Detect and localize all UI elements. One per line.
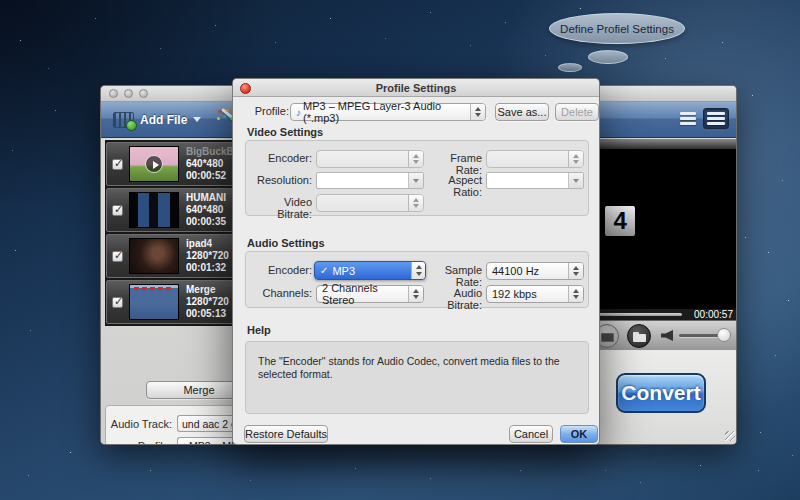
- channels-popup[interactable]: 2 Channels Stereo: [316, 285, 424, 303]
- video-settings-title: Video Settings: [247, 126, 323, 138]
- sample-rate-popup[interactable]: 44100 Hz: [486, 262, 584, 280]
- stepper-icon: [408, 151, 423, 167]
- close-icon[interactable]: [240, 83, 251, 94]
- file-duration: 00:00:52: [186, 170, 226, 181]
- help-panel: The "Encoder" stands for Audio Codec, co…: [245, 341, 589, 414]
- thought-bubble: Define Profiel Settings: [549, 13, 685, 44]
- add-file-label: Add File: [140, 113, 187, 127]
- chevron-down-icon: [193, 117, 201, 122]
- resolution-combo: [316, 172, 424, 189]
- video-thumbnail: [129, 146, 179, 182]
- file-resolution: 1280*720: [186, 296, 229, 307]
- view-toggles: [677, 108, 729, 129]
- audio-bitrate-popup[interactable]: 192 kbps: [486, 285, 584, 303]
- minimize-icon[interactable]: [124, 89, 133, 98]
- ok-button[interactable]: OK: [560, 425, 598, 443]
- play-icon[interactable]: [145, 155, 163, 173]
- file-checkbox[interactable]: [112, 297, 123, 308]
- file-duration: 00:01:32: [186, 262, 226, 273]
- thought-bubble-dot-small: [558, 63, 582, 72]
- file-name: ipad4: [186, 238, 212, 249]
- profile-settings-dialog: Profile Settings Profile: ♪ MP3 – MPEG L…: [232, 78, 600, 445]
- stepper-icon: [470, 104, 485, 120]
- logo-badge: 4: [605, 206, 635, 236]
- audio-track-label: Audio Track:: [106, 418, 172, 430]
- cancel-button[interactable]: Cancel: [509, 425, 553, 443]
- music-note-icon: ♪: [182, 440, 187, 445]
- video-thumbnail: [129, 238, 179, 274]
- resize-grip[interactable]: [725, 431, 735, 441]
- profile-label: Profile:: [241, 105, 289, 117]
- video-bitrate-label: Video Bitrate:: [250, 196, 312, 220]
- save-as-button[interactable]: Save as...: [495, 103, 549, 121]
- list-view-button[interactable]: [677, 110, 699, 127]
- audio-bitrate-label: Audio Bitrate:: [424, 287, 482, 311]
- file-checkbox[interactable]: [112, 251, 123, 262]
- detail-view-button[interactable]: [703, 108, 729, 129]
- help-text: The "Encoder" stands for Audio Codec, co…: [258, 355, 578, 381]
- stepper-icon: [568, 151, 583, 167]
- convert-button[interactable]: Convert: [616, 373, 706, 413]
- aspect-ratio-combo: [486, 172, 584, 189]
- stepper-icon: [568, 286, 583, 302]
- stepper-icon: [408, 286, 423, 302]
- chevron-down-icon: [568, 173, 583, 188]
- file-resolution: 1280*720: [186, 250, 229, 261]
- open-folder-button[interactable]: [627, 324, 651, 348]
- channels-label: Channels:: [250, 287, 312, 299]
- speaker-icon[interactable]: [661, 330, 673, 341]
- stepper-icon: [408, 195, 423, 211]
- file-name: HUMANI: [186, 192, 226, 203]
- video-bitrate-popup: [316, 194, 424, 212]
- audio-track-select[interactable]: und aac 2 ch: [177, 415, 235, 432]
- file-list: BigBuckB 640*480 00:00:52 HUMANI 640*480…: [105, 140, 247, 326]
- profile-row: Profile: ♪ MP3 – MPEG Layer-3 Audio (*.m…: [233, 103, 599, 121]
- add-file-button[interactable]: Add File: [113, 112, 201, 128]
- volume-slider-knob[interactable]: [717, 328, 731, 342]
- audio-encoder-label: Encoder:: [250, 264, 312, 276]
- thought-bubble-dot-large: [588, 50, 628, 64]
- dialog-titlebar[interactable]: Profile Settings: [233, 79, 599, 97]
- video-thumbnail: [129, 284, 179, 320]
- encoder-label: Encoder:: [250, 152, 312, 164]
- restore-defaults-button[interactable]: Restore Defaults: [244, 425, 328, 443]
- profile-popup[interactable]: ♪ MP3 – MPEG Layer-3 Audio (*.mp3): [290, 103, 486, 121]
- file-duration: 00:05:13: [186, 308, 226, 319]
- audio-settings-panel: Encoder: ✓ MP3 Sample Rate: 44100 Hz Cha…: [245, 251, 589, 308]
- dialog-title: Profile Settings: [376, 82, 457, 94]
- check-icon: ✓: [320, 265, 328, 276]
- thought-bubble-text: Define Profiel Settings: [560, 23, 674, 35]
- stepper-icon: [568, 263, 583, 279]
- file-resolution: 640*480: [186, 204, 223, 215]
- stepper-icon: [411, 262, 425, 279]
- audio-encoder-open-menu[interactable]: ✓ MP3: [314, 261, 426, 280]
- profile-label: Profile:: [106, 440, 172, 446]
- file-name: BigBuckB: [186, 146, 234, 157]
- file-row[interactable]: Merge 1280*720 00:05:13: [106, 280, 246, 324]
- file-checkbox[interactable]: [112, 205, 123, 216]
- delete-button[interactable]: Delete: [555, 103, 599, 121]
- file-row[interactable]: BigBuckB 640*480 00:00:52: [106, 142, 246, 186]
- add-file-icon: [113, 112, 134, 128]
- starfield: [0, 0, 1, 1]
- file-resolution: 640*480: [186, 158, 223, 169]
- file-name: Merge: [186, 284, 215, 295]
- file-row[interactable]: HUMANI 640*480 00:00:35: [106, 188, 246, 232]
- frame-rate-popup: [486, 150, 584, 168]
- help-title: Help: [247, 324, 271, 336]
- video-settings-panel: Encoder: Frame Rate: Resolution: Aspect …: [245, 140, 589, 216]
- zoom-icon[interactable]: [139, 89, 148, 98]
- music-note-icon: ♪: [296, 107, 301, 118]
- resolution-label: Resolution:: [250, 174, 312, 186]
- chevron-down-icon: [408, 173, 423, 188]
- profile-select[interactable]: ♪ MP3 – MP: [177, 437, 235, 445]
- time-display: 00:00:57: [694, 309, 733, 320]
- file-row[interactable]: ipad4 1280*720 00:01:32: [106, 234, 246, 278]
- file-checkbox[interactable]: [112, 159, 123, 170]
- file-duration: 00:00:35: [186, 216, 226, 227]
- video-encoder-popup: [316, 150, 424, 168]
- close-icon[interactable]: [109, 89, 118, 98]
- audio-settings-title: Audio Settings: [247, 237, 325, 249]
- video-thumbnail: [129, 192, 179, 228]
